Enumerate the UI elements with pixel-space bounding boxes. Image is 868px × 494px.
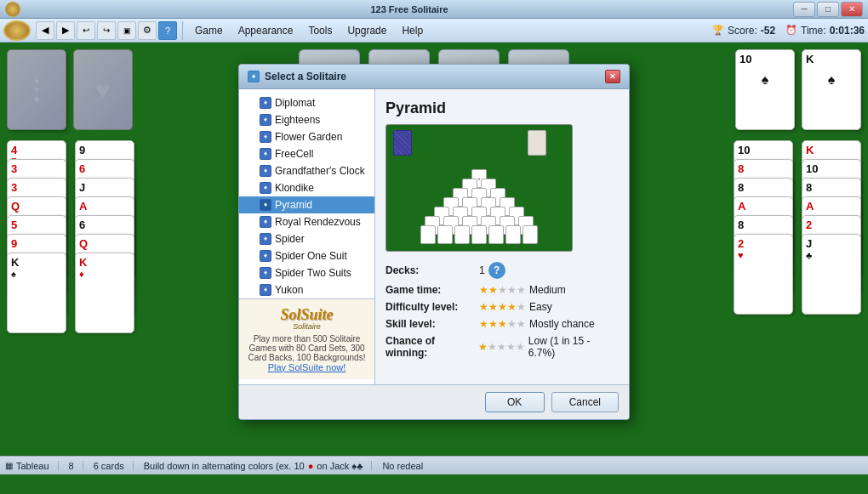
game-list-eighteens[interactable]: ♦ Eighteens [239, 111, 374, 128]
time-section: ⏰ Time: 0:01:36 [785, 25, 865, 37]
window-title: 123 Free Solitaire [26, 4, 793, 14]
dialog-icon: ♠ [248, 71, 260, 82]
game-list-spider[interactable]: ♦ Spider [239, 230, 374, 247]
promo-area: SolSuite Solitaire Play more than 500 So… [239, 298, 374, 379]
new-game-toolbar-button[interactable]: ▣ [117, 21, 136, 40]
game-icon-spider: ♦ [260, 233, 271, 245]
dialog-close-button[interactable]: ✕ [605, 70, 620, 83]
dialog-body: ♦ Diplomat ♦ Eighteens ♦ Flower Garden [239, 89, 629, 384]
score-section: 🏆 Score: -52 [712, 25, 775, 37]
menu-game[interactable]: Game [188, 22, 230, 39]
score-value: -52 [761, 25, 775, 37]
winning-stars: ★ ★ ★ ★ ★ [478, 341, 525, 353]
stat-winning-value: Low (1 in 15 - 6.7%) [528, 335, 619, 359]
dialog-overlay: ♠ Select a Solitaire ✕ ♦ Diplomat ♦ [0, 43, 868, 474]
game-list-royal-rendezvous[interactable]: ♦ Royal Rendezvous [239, 213, 374, 230]
promo-logo-sub: Solitaire [246, 322, 368, 331]
status-cards-num: 8 [69, 461, 74, 471]
game-list-diplomat[interactable]: ♦ Diplomat [239, 94, 374, 111]
select-solitaire-dialog: ♠ Select a Solitaire ✕ ♦ Diplomat ♦ [238, 64, 630, 420]
status-rule-bullet: ● [308, 461, 314, 471]
forward-toolbar-button[interactable]: ▶ [56, 21, 75, 40]
help-button[interactable]: ? [488, 262, 505, 279]
game-list-panel: ♦ Diplomat ♦ Eighteens ♦ Flower Garden [239, 89, 375, 384]
stat-skill-row: Skill level: ★ ★ ★ ★ ★ Mostly chance [385, 318, 619, 330]
game-list-spider-two-suits[interactable]: ♦ Spider Two Suits [239, 264, 374, 281]
dialog-title-text: Select a Solitaire [265, 71, 346, 82]
cancel-button[interactable]: Cancel [551, 392, 619, 412]
menu-upgrade[interactable]: Upgrade [340, 22, 393, 39]
game-icon-pyramid: ♦ [260, 199, 271, 211]
status-rule-text: Build down in alternating colors (ex. 10 [144, 461, 305, 471]
promo-logo-container: SolSuite [246, 306, 368, 324]
game-icon-royal-rendezvous: ♦ [260, 216, 271, 228]
promo-text: Play more than 500 Solitaire Games with … [246, 334, 368, 362]
minimize-button[interactable]: ─ [793, 2, 815, 17]
promo-logo: SolSuite [280, 306, 333, 324]
menu-appearance[interactable]: Appearance [231, 22, 300, 39]
dialog-footer: OK Cancel [239, 384, 629, 419]
title-bar: 123 Free Solitaire ─ □ ✕ [0, 0, 868, 19]
time-label: Time: [801, 25, 826, 37]
promo-link[interactable]: Play SolSuite now! [246, 362, 368, 372]
stat-difficulty-label: Difficulty level: [385, 301, 479, 313]
status-cards-detail: 6 cards [94, 461, 134, 471]
status-rule: Build down in alternating colors (ex. 10… [144, 461, 373, 471]
game-time-stars: ★ ★ ★ ★ ★ [479, 284, 526, 296]
score-label: Score: [728, 25, 757, 37]
title-bar-controls: ─ □ ✕ [793, 2, 863, 17]
selected-game-title: Pyramid [385, 99, 619, 117]
stat-decks-label: Decks: [385, 264, 479, 276]
game-list-klondike[interactable]: ♦ Klondike [239, 179, 374, 196]
close-button[interactable]: ✕ [841, 2, 863, 17]
stats-section: Decks: 1 ? Game time: ★ ★ ★ ★ [385, 262, 619, 359]
dialog-title-bar: ♠ Select a Solitaire ✕ [239, 65, 629, 89]
menu-right: 🏆 Score: -52 ⏰ Time: 0:01:36 [712, 25, 865, 37]
game-list-spider-one-suit[interactable]: ♦ Spider One Suit [239, 247, 374, 264]
ok-button[interactable]: OK [485, 392, 545, 412]
settings-toolbar-button[interactable]: ⚙ [138, 21, 157, 40]
status-redeal-label: No redeal [382, 461, 423, 471]
game-icon-klondike: ♦ [260, 182, 271, 194]
redo-toolbar-button[interactable]: ↪ [97, 21, 116, 40]
preview-waste [528, 130, 546, 156]
help-toolbar-button[interactable]: ? [158, 21, 177, 40]
game-list-scroll[interactable]: ♦ Diplomat ♦ Eighteens ♦ Flower Garden [239, 94, 374, 298]
app-icon [5, 2, 20, 17]
game-list-flower-garden[interactable]: ♦ Flower Garden [239, 128, 374, 145]
stat-skill-value: Mostly chance [529, 318, 595, 330]
game-list-grandfathers-clock[interactable]: ♦ Grandfather's Clock [239, 162, 374, 179]
game-icon-grandfathers-clock: ♦ [260, 165, 271, 177]
menu-bar: ◀ ▶ ↩ ↪ ▣ ⚙ ? Game Appearance Tools Upgr… [0, 19, 868, 43]
game-list-freecell[interactable]: ♦ FreeCell [239, 145, 374, 162]
back-toolbar-button[interactable]: ◀ [36, 21, 54, 40]
game-detail-panel: Pyramid ♠ [375, 89, 629, 384]
preview-pyramid: ♠ [403, 169, 556, 244]
stat-decks-row: Decks: 1 ? [385, 262, 619, 279]
status-on-text: on Jack ♠♣ [317, 461, 363, 471]
app-logo [3, 20, 31, 41]
status-redeal: No redeal [382, 461, 431, 471]
game-icon-yukon: ♦ [260, 284, 271, 296]
menu-help[interactable]: Help [395, 22, 430, 39]
undo-toolbar-button[interactable]: ↩ [77, 21, 95, 40]
stat-skill-label: Skill level: [385, 318, 479, 330]
game-preview: ♠ [385, 124, 573, 252]
game-icon-spider-two-suits: ♦ [260, 267, 271, 279]
stat-game-time-value: Medium [529, 284, 566, 296]
preview-deck [393, 130, 412, 156]
stat-game-time-row: Game time: ★ ★ ★ ★ ★ Medium [385, 284, 619, 296]
time-value: 0:01:36 [830, 25, 865, 37]
game-list-yukon[interactable]: ♦ Yukon [239, 281, 374, 298]
stat-winning-row: Chance of winning: ★ ★ ★ ★ ★ Low (1 in 1… [385, 335, 619, 359]
game-list-pyramid[interactable]: ♦ Pyramid [239, 196, 374, 213]
stat-difficulty-row: Difficulty level: ★ ★ ★ ★ ★ Easy [385, 301, 619, 313]
stat-decks-value: 1 [479, 264, 485, 276]
title-bar-left [5, 2, 26, 17]
status-tableau-label: Tableau [16, 461, 49, 471]
game-icon-spider-one-suit: ♦ [260, 250, 271, 262]
maximize-button[interactable]: □ [817, 2, 839, 17]
menu-tools[interactable]: Tools [301, 22, 339, 39]
stat-game-time-label: Game time: [385, 284, 479, 296]
skill-stars: ★ ★ ★ ★ ★ [479, 318, 526, 330]
